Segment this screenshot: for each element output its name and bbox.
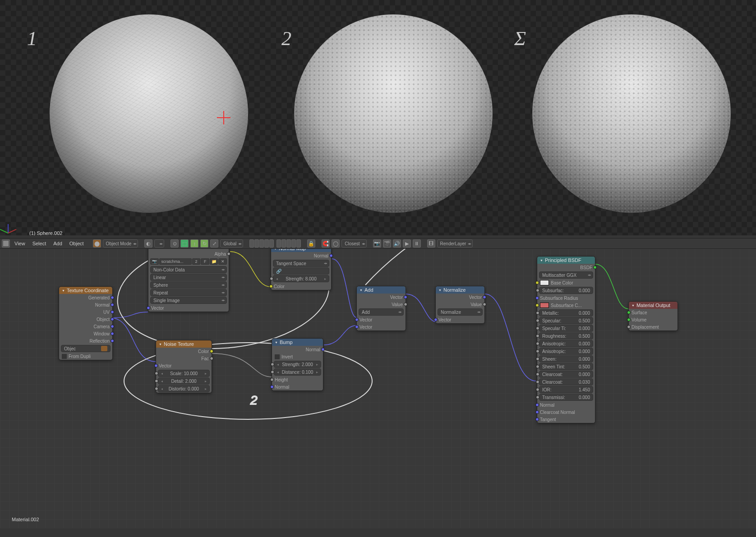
menu-object[interactable]: Object xyxy=(67,241,87,246)
menu-add[interactable]: Add xyxy=(51,241,65,246)
detail-field[interactable]: ◂Detail: 2.000▸ xyxy=(158,377,210,385)
manipulator-rotate-icon[interactable]: ↻ xyxy=(200,239,208,248)
node-header[interactable]: Normal Map xyxy=(271,249,331,252)
interp-select[interactable]: Linear xyxy=(150,274,227,281)
node-editor[interactable]: 1 2 Texture Coordinate Generated Normal … xyxy=(0,249,756,528)
frame-select[interactable]: Single Image xyxy=(150,297,227,304)
editor-type-icon[interactable] xyxy=(2,239,10,248)
renderlayer-select[interactable]: RenderLayer xyxy=(437,239,473,248)
lock-icon[interactable]: 🔒 xyxy=(307,239,315,248)
node-normal-map[interactable]: Normal Map Normal Tangent Space 🔗 ◂Stren… xyxy=(271,249,332,290)
socket-normal-out: Normal xyxy=(314,253,328,258)
scale-field[interactable]: ◂Scale: 10.000▸ xyxy=(158,370,210,377)
node-header[interactable]: Add xyxy=(357,286,406,294)
invert-checkbox[interactable] xyxy=(275,354,280,359)
bsdf-subsurfac-field[interactable]: Subsurfac:0.000 xyxy=(539,287,593,294)
layer-icon[interactable]: ⬚ xyxy=(180,239,189,248)
node-noise-texture[interactable]: Noise Texture Color Fac Vector ◂Scale: 1… xyxy=(156,340,212,393)
active-object-label: (1) Sphere.002 xyxy=(29,230,62,235)
image-open-button[interactable]: 📁 xyxy=(210,258,218,265)
node-header[interactable]: Bump xyxy=(272,339,323,346)
node-vector-math-normalize[interactable]: Normalize Vector Value Normalize Vector xyxy=(435,286,485,324)
bsdf-roughness-field[interactable]: Roughness:0.500 xyxy=(539,332,593,340)
socket-uv: UV xyxy=(103,310,110,315)
space-select[interactable]: Tangent Space xyxy=(273,260,329,267)
image-browse-button[interactable]: 📷 xyxy=(150,258,159,265)
node-header[interactable]: Texture Coordinate xyxy=(59,287,112,294)
node-image-texture[interactable]: Image Texture Color Alpha 📷 scratchma...… xyxy=(148,249,229,312)
extension-select[interactable]: Repeat xyxy=(150,289,227,296)
manipulator-translate-icon[interactable]: ↕ xyxy=(190,239,198,248)
shading-icon[interactable]: ◐ xyxy=(144,239,152,248)
bsdf-basecolor[interactable]: Base Color xyxy=(537,279,595,286)
socket-height: Height xyxy=(275,377,288,382)
bsdf-sheen-field[interactable]: Sheen:0.000 xyxy=(539,355,593,363)
projection-select[interactable]: Sphere xyxy=(150,281,227,289)
operation-select[interactable]: Normalize xyxy=(438,308,483,316)
image-users[interactable]: 2 xyxy=(192,258,201,265)
playback-icon[interactable]: ▶ xyxy=(403,239,411,248)
bsdf-metallic-field[interactable]: Metallic:0.000 xyxy=(539,309,593,317)
socket-generated: Generated xyxy=(88,295,110,300)
node-header[interactable]: Noise Texture xyxy=(156,340,212,348)
bsdf-ior-field[interactable]: IOR:1.450 xyxy=(539,386,593,393)
distance-field[interactable]: ◂Distance: 0.100▸ xyxy=(274,368,321,376)
color-space-select[interactable]: Non-Color Data xyxy=(150,266,227,273)
operation-select[interactable]: Add xyxy=(359,308,404,316)
bsdf-sheentint-field[interactable]: Sheen Tint:0.500 xyxy=(539,363,593,370)
socket-surface: Surface xyxy=(632,310,647,315)
strength-field[interactable]: ◂Strength: 2.000▸ xyxy=(274,361,321,368)
image-fake-user[interactable]: F xyxy=(201,258,209,265)
node-material-output[interactable]: Material Output Surface Volume Displacem… xyxy=(628,301,678,331)
node-bump[interactable]: Bump Normal Invert ◂Strength: 2.000▸ ◂Di… xyxy=(272,338,323,391)
bsdf-clearcoat-field[interactable]: Clearcoat:0.030 xyxy=(539,378,593,386)
viewport-3d[interactable]: 1 2 Σ (1) Sphere.002 xyxy=(0,0,756,235)
pause-icon[interactable]: ⏸ xyxy=(413,239,421,248)
distortion-field[interactable]: ◂Distortio: 0.000▸ xyxy=(158,385,210,392)
node-texture-coordinate[interactable]: Texture Coordinate Generated Normal UV O… xyxy=(59,286,113,360)
mode-icon[interactable]: ⬤ xyxy=(93,239,101,248)
socket-bsdf: BSDF xyxy=(580,265,592,270)
image-name-field[interactable]: scratchma... xyxy=(159,258,192,265)
socket-normal: Normal xyxy=(95,303,110,308)
node-header[interactable]: Normalize xyxy=(436,286,484,294)
socket-vector-in: Vector xyxy=(438,317,451,322)
node-header[interactable]: Principled BSDF xyxy=(537,257,595,264)
strength-field[interactable]: ◂Strength: 8.000▸ xyxy=(273,275,329,282)
scene-icon[interactable]: 🎞 xyxy=(427,239,435,248)
shading-select[interactable] xyxy=(154,239,164,248)
bsdf-subsurfacec[interactable]: Subsurface C... xyxy=(537,302,595,309)
bsdf-transmissi-field[interactable]: Transmissi:0.000 xyxy=(539,394,593,401)
snap-mode-icon[interactable]: ◯ xyxy=(332,239,340,248)
snap-toggle-icon[interactable]: 🧲 xyxy=(322,239,330,248)
orientation-select[interactable]: Global xyxy=(220,239,243,248)
socket-camera: Camera xyxy=(93,324,110,329)
bsdf-anisotropic-field[interactable]: Anisotropic:0.000 xyxy=(539,348,593,355)
render-audio-icon[interactable]: 🔊 xyxy=(393,239,401,248)
bsdf-specular-field[interactable]: Specular:0.500 xyxy=(539,317,593,324)
snap-select[interactable]: Closest xyxy=(341,239,366,248)
object-field[interactable]: Objec xyxy=(61,345,111,352)
menu-select[interactable]: Select xyxy=(30,241,49,246)
bsdf-specularti-field[interactable]: Specular Ti:0.000 xyxy=(539,325,593,332)
menu-view[interactable]: View xyxy=(12,241,28,246)
socket-vector-a: Vector xyxy=(360,317,372,322)
uvmap-field[interactable]: 🔗 xyxy=(273,267,329,275)
node-principled-bsdf[interactable]: Principled BSDF BSDF Multiscatter GGX Ba… xyxy=(537,256,595,423)
render-anim-icon[interactable]: 🎬 xyxy=(383,239,391,248)
viewport-annotation-3: Σ xyxy=(514,27,526,50)
node-header[interactable]: Material Output xyxy=(629,302,678,309)
from-dupli-checkbox[interactable] xyxy=(62,354,67,359)
render-image-icon[interactable]: 📷 xyxy=(373,239,381,248)
bsdf-clearcoat-field[interactable]: Clearcoat:0.000 xyxy=(539,371,593,378)
node-vector-math-add[interactable]: Add Vector Value Add Vector Vector xyxy=(356,286,406,331)
bsdf-anisotropic-field[interactable]: Anisotropic:0.000 xyxy=(539,340,593,347)
distribution-select[interactable]: Multiscatter GGX xyxy=(539,271,593,279)
pivot-icon[interactable]: ⊙ xyxy=(171,239,179,248)
socket-vector-out: Vector xyxy=(469,295,482,300)
layer-buttons[interactable] xyxy=(249,239,301,248)
image-unlink-button[interactable]: ✕ xyxy=(218,258,227,265)
mode-select[interactable]: Object Mode xyxy=(103,239,138,248)
manipulator-scale-icon[interactable]: ⤢ xyxy=(210,239,218,248)
socket-reflection: Reflection xyxy=(90,339,110,344)
